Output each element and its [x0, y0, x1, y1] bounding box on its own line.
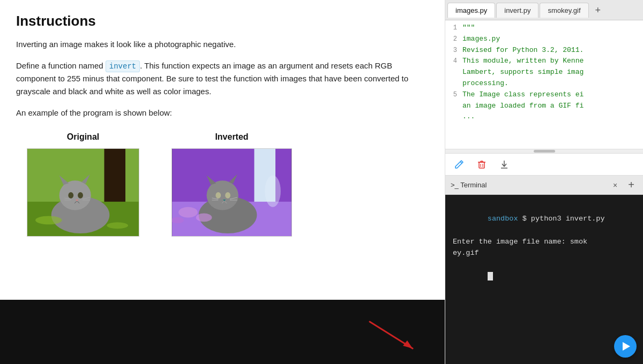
scroll-thumb — [534, 150, 555, 153]
images-section: Original — [16, 132, 429, 237]
inverted-image-column: Inverted — [171, 132, 292, 237]
code-line-4c: processing. — [445, 78, 643, 89]
left-panel-wrapper: Instructions Inverting an image makes it… — [0, 0, 445, 364]
svg-point-25 — [215, 192, 221, 199]
left-panel: Instructions Inverting an image makes it… — [0, 0, 445, 300]
svg-point-34 — [178, 207, 198, 218]
download-button[interactable] — [497, 157, 512, 172]
command-text: python3 invert.py — [531, 215, 605, 223]
dollar-text: $ — [518, 215, 531, 223]
tabs-bar: images.py invert.py smokey.gif + — [445, 0, 643, 20]
code-line-4b: Lambert, supports simple imag — [445, 67, 643, 78]
line-code-5b: an image loaded from a GIF fi — [462, 101, 584, 112]
paragraph-2-prefix: Define a function named — [16, 61, 106, 70]
line-num-5b — [445, 101, 462, 101]
svg-point-17 — [107, 223, 128, 229]
code-line-1: 1 """ — [445, 22, 643, 34]
svg-line-40 — [460, 162, 462, 163]
arrow-container — [364, 316, 418, 356]
original-label: Original — [67, 132, 99, 142]
delete-button[interactable] — [474, 157, 489, 172]
line-code-4b: Lambert, supports simple imag — [462, 67, 584, 78]
terminal-section: >_ Terminal × + sandbox $ python3 invert… — [445, 176, 643, 364]
terminal-line-3: ey.gif — [453, 247, 635, 259]
tab-add-button[interactable]: + — [590, 3, 607, 17]
original-cat-image — [27, 148, 139, 237]
svg-point-4 — [59, 181, 91, 210]
original-image-column: Original — [27, 132, 139, 237]
line-num-4c — [445, 78, 462, 79]
paragraph-1: Inverting an image makes it look like a … — [16, 38, 429, 51]
line-code-4a: This module, written by Kenne — [462, 56, 584, 67]
svg-point-7 — [68, 192, 73, 199]
line-code-4c: processing. — [462, 78, 509, 89]
run-button[interactable] — [614, 335, 637, 358]
paragraph-3: An example of the program is shown below… — [16, 107, 429, 119]
terminal-line-2: Enter the image file name: smok — [453, 236, 635, 248]
sandbox-text: sandbox — [488, 215, 518, 223]
terminal-label: >_ Terminal — [451, 181, 605, 189]
line-num-5a: 5 — [445, 89, 462, 100]
icon-bar — [445, 153, 643, 176]
line-num-4a: 4 — [445, 56, 462, 66]
terminal-close-button[interactable]: × — [610, 180, 620, 191]
line-code-5a: The Image class represents ei — [462, 89, 584, 101]
line-code-1: """ — [462, 22, 475, 34]
line-num-5c — [445, 111, 462, 112]
download-icon — [499, 160, 509, 169]
svg-point-26 — [225, 192, 230, 199]
inverted-label: Inverted — [215, 132, 248, 142]
tab-images-py[interactable]: images.py — [447, 3, 495, 18]
paragraph-2: Define a function named invert. This fun… — [16, 59, 429, 98]
terminal-body[interactable]: sandbox $ python3 invert.py Enter the im… — [445, 195, 643, 364]
code-line-2: 2 images.py — [445, 34, 643, 45]
svg-point-16 — [35, 216, 62, 225]
line-num-3: 3 — [445, 45, 462, 56]
original-scene-svg — [27, 149, 139, 236]
line-code-3: Revised for Python 3.2, 2011. — [462, 45, 584, 56]
svg-point-8 — [78, 192, 83, 199]
page-title: Instructions — [16, 13, 429, 29]
terminal-add-button[interactable]: + — [625, 179, 638, 192]
svg-rect-41 — [479, 162, 484, 168]
tab-smokey-gif[interactable]: smokey.gif — [540, 3, 588, 18]
scroll-area — [445, 149, 643, 153]
line-num-4b — [445, 67, 462, 67]
terminal-line-1: sandbox $ python3 invert.py — [453, 201, 635, 236]
line-num-2: 2 — [445, 34, 462, 44]
code-editor: 1 """ 2 images.py 3 Revised for Python 3… — [445, 20, 643, 149]
invert-code-inline: invert — [106, 60, 140, 72]
right-panel: images.py invert.py smokey.gif + 1 """ 2… — [445, 0, 643, 364]
inverted-cat-image — [171, 148, 292, 237]
line-code-5c: ... — [462, 111, 475, 123]
terminal-cursor — [488, 272, 493, 280]
svg-point-37 — [265, 176, 281, 207]
svg-marker-39 — [403, 340, 413, 348]
code-line-5b: an image loaded from a GIF fi — [445, 101, 643, 112]
bottom-black-bar — [0, 300, 445, 364]
arrow-svg — [364, 316, 418, 354]
play-icon — [623, 342, 630, 351]
trash-icon — [477, 160, 487, 169]
code-line-5c: ... — [445, 111, 643, 123]
code-line-5a: 5 The Image class represents ei — [445, 89, 643, 101]
line-num-1: 1 — [445, 22, 462, 33]
svg-point-22 — [207, 181, 238, 210]
code-line-4a: 4 This module, written by Kenne — [445, 56, 643, 67]
inverted-scene-svg — [172, 149, 291, 236]
line-code-2: images.py — [462, 34, 500, 45]
terminal-header: >_ Terminal × + — [445, 176, 643, 195]
edit-button[interactable] — [452, 157, 467, 172]
code-line-3: 3 Revised for Python 3.2, 2011. — [445, 45, 643, 56]
edit-icon — [454, 160, 464, 169]
tab-invert-py[interactable]: invert.py — [496, 3, 539, 18]
svg-point-35 — [196, 214, 212, 222]
terminal-line-4 — [453, 259, 635, 294]
